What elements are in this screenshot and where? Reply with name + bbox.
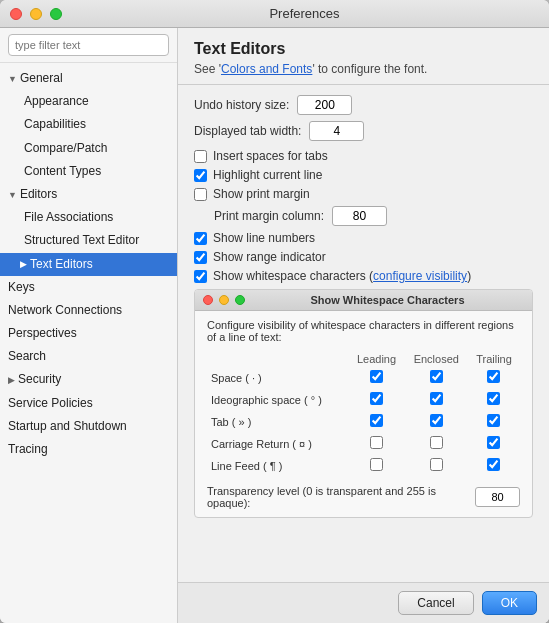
maximize-button[interactable] — [50, 8, 62, 20]
insert-spaces-row: Insert spaces for tabs — [194, 149, 533, 163]
ws-space-enclosed-checkbox[interactable] — [430, 370, 443, 383]
transparency-input[interactable] — [475, 487, 520, 507]
dialog-footer: Cancel OK — [178, 582, 549, 623]
sidebar-item-startup-and-shutdown[interactable]: Startup and Shutdown — [0, 415, 177, 438]
print-margin-label: Show print margin — [213, 187, 310, 201]
ws-space-leading-checkbox[interactable] — [370, 370, 383, 383]
ws-lf-trailing-checkbox[interactable] — [487, 458, 500, 471]
sidebar-item-capabilities[interactable]: Capabilities — [0, 113, 177, 136]
minimize-button[interactable] — [30, 8, 42, 20]
ws-col-header-leading: Leading — [348, 351, 404, 367]
close-button[interactable] — [10, 8, 22, 20]
sidebar-item-editors[interactable]: Editors — [0, 183, 177, 206]
sidebar-item-security[interactable]: Security — [0, 368, 177, 391]
ws-row-cr-label: Carriage Return ( ¤ ) — [207, 433, 348, 455]
ws-row-ideographic-label: Ideographic space ( ° ) — [207, 389, 348, 411]
line-numbers-checkbox[interactable] — [194, 232, 207, 245]
tab-width-label: Displayed tab width: — [194, 124, 301, 138]
whitespace-label: Show whitespace characters (configure vi… — [213, 269, 471, 283]
sidebar-item-tracing[interactable]: Tracing — [0, 438, 177, 461]
ws-close-button[interactable] — [203, 295, 213, 305]
ws-minimize-button[interactable] — [219, 295, 229, 305]
sidebar-item-content-types[interactable]: Content Types — [0, 160, 177, 183]
ws-ideographic-leading-checkbox[interactable] — [370, 392, 383, 405]
filter-input[interactable] — [8, 34, 169, 56]
ok-button[interactable]: OK — [482, 591, 537, 615]
preferences-window: Preferences General Appearance Capabilit… — [0, 0, 549, 623]
line-numbers-label: Show line numbers — [213, 231, 315, 245]
insert-spaces-label: Insert spaces for tabs — [213, 149, 328, 163]
ws-description: Configure visibility of whitespace chara… — [207, 319, 520, 343]
print-margin-col-label: Print margin column: — [214, 209, 324, 223]
ws-tab-trailing-checkbox[interactable] — [487, 414, 500, 427]
insert-spaces-checkbox[interactable] — [194, 150, 207, 163]
ws-cr-trailing-checkbox[interactable] — [487, 436, 500, 449]
configure-visibility-link[interactable]: configure visibility — [373, 269, 467, 283]
highlight-line-checkbox[interactable] — [194, 169, 207, 182]
sidebar-item-compare-patch[interactable]: Compare/Patch — [0, 137, 177, 160]
sidebar: General Appearance Capabilities Compare/… — [0, 28, 178, 623]
ws-row-space-label: Space ( · ) — [207, 367, 348, 389]
main-panel: Text Editors See 'Colors and Fonts' to c… — [178, 28, 549, 623]
ws-lf-enclosed-checkbox[interactable] — [430, 458, 443, 471]
ws-col-header-enclosed: Enclosed — [405, 351, 468, 367]
print-margin-col-input[interactable] — [332, 206, 387, 226]
filter-wrap — [0, 28, 177, 63]
table-row: Line Feed ( ¶ ) — [207, 455, 520, 477]
ws-title: Show Whitespace Characters — [251, 294, 524, 306]
ws-maximize-button[interactable] — [235, 295, 245, 305]
tab-width-input[interactable] — [309, 121, 364, 141]
ws-ideographic-enclosed-checkbox[interactable] — [430, 392, 443, 405]
window-title: Preferences — [70, 6, 539, 21]
ws-space-trailing-checkbox[interactable] — [487, 370, 500, 383]
panel-body: Undo history size: Displayed tab width: … — [178, 85, 549, 582]
panel-header: Text Editors See 'Colors and Fonts' to c… — [178, 28, 549, 85]
colors-fonts-link[interactable]: Colors and Fonts — [221, 62, 312, 76]
sidebar-item-appearance[interactable]: Appearance — [0, 90, 177, 113]
sidebar-item-service-policies[interactable]: Service Policies — [0, 392, 177, 415]
ws-title-bar: Show Whitespace Characters — [195, 290, 532, 311]
sidebar-item-structured-text-editor[interactable]: Structured Text Editor — [0, 229, 177, 252]
cancel-button[interactable]: Cancel — [398, 591, 473, 615]
ws-body: Configure visibility of whitespace chara… — [195, 311, 532, 517]
line-numbers-row: Show line numbers — [194, 231, 533, 245]
table-row: Tab ( » ) — [207, 411, 520, 433]
ws-col-header-trailing: Trailing — [468, 351, 520, 367]
ws-tab-enclosed-checkbox[interactable] — [430, 414, 443, 427]
range-indicator-label: Show range indicator — [213, 250, 326, 264]
whitespace-checkbox[interactable] — [194, 270, 207, 283]
sidebar-item-keys[interactable]: Keys — [0, 276, 177, 299]
ws-table: Leading Enclosed Trailing Space ( · ) — [207, 351, 520, 477]
sidebar-item-network-connections[interactable]: Network Connections — [0, 299, 177, 322]
highlight-line-label: Highlight current line — [213, 168, 322, 182]
ws-tab-leading-checkbox[interactable] — [370, 414, 383, 427]
sidebar-item-search[interactable]: Search — [0, 345, 177, 368]
range-indicator-row: Show range indicator — [194, 250, 533, 264]
print-margin-row: Show print margin — [194, 187, 533, 201]
table-row: Ideographic space ( ° ) — [207, 389, 520, 411]
ws-space-trailing — [468, 367, 520, 389]
sidebar-item-perspectives[interactable]: Perspectives — [0, 322, 177, 345]
range-indicator-checkbox[interactable] — [194, 251, 207, 264]
highlight-line-row: Highlight current line — [194, 168, 533, 182]
ws-col-header-empty — [207, 351, 348, 367]
undo-history-input[interactable] — [297, 95, 352, 115]
ws-lf-leading-checkbox[interactable] — [370, 458, 383, 471]
table-row: Space ( · ) — [207, 367, 520, 389]
whitespace-row: Show whitespace characters (configure vi… — [194, 269, 533, 283]
ws-row-tab-label: Tab ( » ) — [207, 411, 348, 433]
subtitle-pre: See ' — [194, 62, 221, 76]
sidebar-item-file-associations[interactable]: File Associations — [0, 206, 177, 229]
sidebar-item-general[interactable]: General — [0, 67, 177, 90]
ws-space-enclosed — [405, 367, 468, 389]
ws-row-lf-label: Line Feed ( ¶ ) — [207, 455, 348, 477]
whitespace-dialog: Show Whitespace Characters Configure vis… — [194, 289, 533, 518]
tree: General Appearance Capabilities Compare/… — [0, 63, 177, 623]
content-area: General Appearance Capabilities Compare/… — [0, 28, 549, 623]
ws-cr-leading-checkbox[interactable] — [370, 436, 383, 449]
sidebar-item-text-editors[interactable]: ▶Text Editors — [0, 253, 177, 276]
ws-ideographic-trailing-checkbox[interactable] — [487, 392, 500, 405]
print-margin-col-row: Print margin column: — [214, 206, 533, 226]
print-margin-checkbox[interactable] — [194, 188, 207, 201]
ws-cr-enclosed-checkbox[interactable] — [430, 436, 443, 449]
